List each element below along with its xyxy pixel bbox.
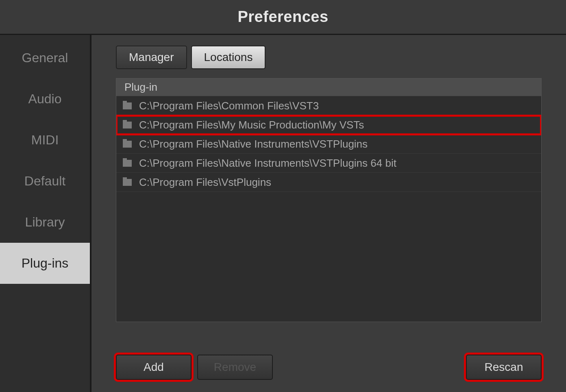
preferences-sidebar: General Audio MIDI Default Library Plug-… — [0, 35, 91, 392]
list-item[interactable]: C:\Program Files\My Music Production\My … — [116, 115, 541, 135]
sidebar-item-label: Default — [24, 174, 65, 189]
list-item[interactable]: C:\Program Files\Common Files\VST3 — [116, 96, 541, 115]
main-area: General Audio MIDI Default Library Plug-… — [0, 35, 566, 392]
folder-icon — [123, 179, 132, 186]
sidebar-item-label: Library — [25, 215, 65, 230]
sidebar-item-label: Plug-ins — [22, 256, 69, 271]
folder-icon — [123, 141, 132, 148]
plugin-path: C:\Program Files\Native Instruments\VSTP… — [139, 138, 368, 150]
plugin-path: C:\Program Files\VstPlugins — [139, 176, 271, 189]
plugin-path: C:\Program Files\My Music Production\My … — [139, 119, 364, 131]
plugin-path: C:\Program Files\Common Files\VST3 — [139, 100, 319, 112]
preferences-content: Manager Locations Plug-in C:\Program Fil… — [91, 35, 566, 392]
button-label: Remove — [214, 361, 256, 374]
sidebar-item-midi[interactable]: MIDI — [0, 120, 90, 161]
list-body: C:\Program Files\Common Files\VST3 C:\Pr… — [116, 96, 541, 322]
plugins-tabs: Manager Locations — [116, 46, 542, 69]
sidebar-item-label: Audio — [28, 91, 62, 107]
button-label: Rescan — [485, 361, 523, 374]
footer-buttons: Add Remove Rescan — [116, 322, 542, 380]
window-titlebar: Preferences — [0, 0, 566, 35]
button-label: Add — [144, 361, 164, 374]
tab-locations[interactable]: Locations — [191, 46, 266, 69]
sidebar-item-default[interactable]: Default — [0, 161, 90, 202]
window-title: Preferences — [237, 8, 328, 26]
sidebar-item-plugins[interactable]: Plug-ins — [0, 243, 90, 284]
folder-icon — [123, 160, 132, 167]
folder-icon — [123, 122, 132, 128]
rescan-button[interactable]: Rescan — [466, 355, 542, 380]
list-column-header[interactable]: Plug-in — [116, 78, 541, 96]
sidebar-item-label: MIDI — [31, 133, 59, 148]
list-item[interactable]: C:\Program Files\Native Instruments\VSTP… — [116, 154, 541, 173]
remove-button: Remove — [197, 355, 273, 380]
list-item[interactable]: C:\Program Files\VstPlugins — [116, 173, 541, 192]
sidebar-item-label: General — [22, 50, 68, 65]
tab-label: Locations — [204, 51, 253, 64]
footer-spacer — [279, 355, 460, 380]
list-item[interactable]: C:\Program Files\Native Instruments\VSTP… — [116, 135, 541, 154]
sidebar-item-library[interactable]: Library — [0, 202, 90, 243]
tab-label: Manager — [129, 51, 174, 64]
sidebar-item-audio[interactable]: Audio — [0, 78, 90, 120]
column-header-label: Plug-in — [124, 81, 157, 94]
sidebar-item-general[interactable]: General — [0, 37, 90, 78]
tab-manager[interactable]: Manager — [116, 46, 187, 69]
add-button[interactable]: Add — [116, 355, 192, 380]
plugin-locations-list: Plug-in C:\Program Files\Common Files\VS… — [116, 78, 542, 322]
plugin-path: C:\Program Files\Native Instruments\VSTP… — [139, 157, 396, 170]
folder-icon — [123, 102, 132, 109]
